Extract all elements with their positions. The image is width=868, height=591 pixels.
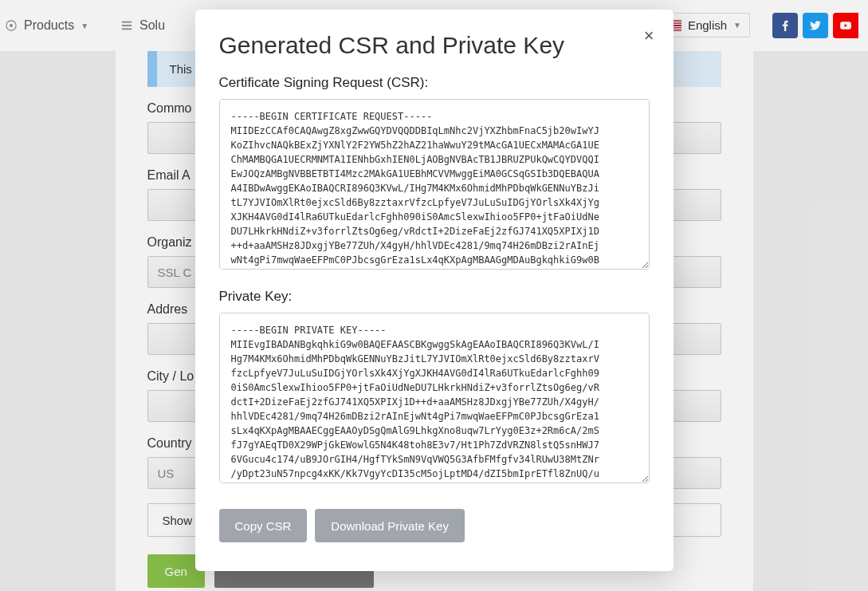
private-key-textarea[interactable] xyxy=(219,313,650,483)
csr-result-modal: × Generated CSR and Private Key Certific… xyxy=(195,10,674,571)
copy-csr-label: Copy CSR xyxy=(235,519,292,533)
copy-csr-button[interactable]: Copy CSR xyxy=(219,509,308,542)
download-private-key-label: Download Private Key xyxy=(331,519,449,533)
download-private-key-button[interactable]: Download Private Key xyxy=(315,509,465,542)
modal-backdrop[interactable]: × Generated CSR and Private Key Certific… xyxy=(0,0,868,591)
modal-action-row: Copy CSR Download Private Key xyxy=(219,509,650,542)
csr-textarea[interactable] xyxy=(219,99,650,270)
private-key-label: Private Key: xyxy=(219,289,650,305)
close-button[interactable]: × xyxy=(644,26,654,46)
modal-title: Generated CSR and Private Key xyxy=(219,32,650,59)
close-icon: × xyxy=(644,26,654,45)
csr-label: Certificate Signing Request (CSR): xyxy=(219,75,650,91)
